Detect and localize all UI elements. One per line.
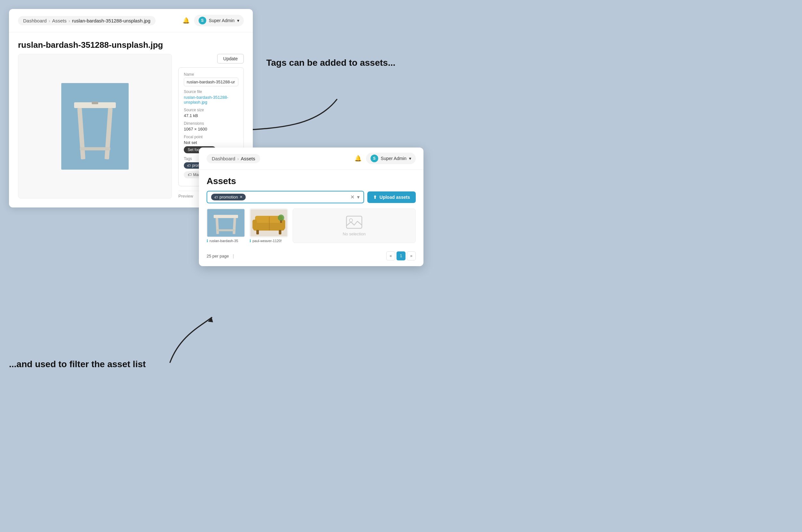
svg-rect-20 <box>279 230 281 234</box>
asset-image-stool <box>207 208 245 237</box>
asset-image-sofa <box>249 208 288 237</box>
svg-rect-8 <box>207 209 244 237</box>
breadcrumb-card2[interactable]: Dashboard › Assets <box>207 154 260 163</box>
sofa-illustration <box>250 209 288 237</box>
search-chevron-icon[interactable]: ▾ <box>357 194 360 200</box>
svg-point-24 <box>349 219 353 222</box>
user-menu-card2[interactable]: S Super Admin ▾ <box>366 153 416 164</box>
breadcrumb2-assets: Assets <box>241 156 255 161</box>
tag-settings-icon: 🏷 <box>188 172 191 177</box>
assets-list-card: Dashboard › Assets 🔔 S Super Admin ▾ Ass… <box>199 148 424 266</box>
annotation-tags-text: Tags can be added to assets... <box>266 58 395 68</box>
bell-icon-card2[interactable]: 🔔 <box>354 155 361 162</box>
no-selection-text: No selection <box>342 231 366 236</box>
search-tag-icon: 🏷 <box>214 195 218 199</box>
search-clear-button[interactable]: ✕ <box>350 194 354 200</box>
chevron-down-icon: ▾ <box>237 18 239 23</box>
dimensions-field: Dimensions 1067 × 1600 <box>184 121 238 132</box>
search-row: 🏷 promotion ✕ ✕ ▾ ⬆ Upload assets <box>199 191 424 208</box>
no-selection-panel: No selection <box>293 208 416 243</box>
user-name-card2: Super Admin <box>381 156 407 161</box>
pagination-controls: « 1 » <box>386 251 416 260</box>
svg-rect-23 <box>347 216 362 228</box>
per-page-menu-button[interactable]: ⋮ <box>231 254 236 259</box>
source-file-label: Source file <box>184 90 238 94</box>
asset-name-sofa: ℹ paul-weaver-1120! <box>249 239 288 243</box>
pagination-prev-button[interactable]: « <box>386 251 395 260</box>
focal-label: Focal point <box>184 135 238 139</box>
svg-rect-12 <box>217 229 235 231</box>
breadcrumb-card1[interactable]: Dashboard › Assets › ruslan-bardash-3512… <box>18 16 155 25</box>
pagination-page-1-button[interactable]: 1 <box>396 251 406 260</box>
focal-value: Not set <box>184 140 238 145</box>
user-name: Super Admin <box>209 18 235 23</box>
dimensions-label: Dimensions <box>184 121 238 126</box>
update-btn-row: Update <box>179 54 244 63</box>
asset-name-stool: ℹ ruslan-bardash-35 <box>207 239 245 243</box>
svg-rect-6 <box>80 147 110 150</box>
svg-point-21 <box>278 214 284 221</box>
user-menu[interactable]: S Super Admin ▾ <box>194 15 244 26</box>
source-file-field: Source file ruslan-bardash-351288-unspla… <box>184 90 238 104</box>
breadcrumb2-sep: › <box>237 156 239 161</box>
svg-rect-16 <box>253 220 257 229</box>
source-file-link[interactable]: ruslan-bardash-351288-unsplash.jpg <box>184 95 228 104</box>
svg-rect-22 <box>280 220 282 223</box>
asset-item-sofa[interactable]: ℹ paul-weaver-1120! <box>249 208 288 243</box>
breadcrumb2-dashboard[interactable]: Dashboard <box>212 156 235 161</box>
name-label: Name <box>184 72 238 77</box>
source-size-value: 47.1 kB <box>184 113 238 118</box>
info-icon-stool[interactable]: ℹ <box>207 239 208 243</box>
search-box[interactable]: 🏷 promotion ✕ ✕ ▾ <box>207 191 364 203</box>
svg-marker-1 <box>208 318 213 322</box>
svg-rect-9 <box>214 215 238 218</box>
pagination-row: 25 per page ⋮ « 1 » <box>199 248 424 266</box>
avatar-card2: S <box>371 155 378 162</box>
svg-rect-18 <box>269 216 270 231</box>
asset-item-stool[interactable]: ℹ ruslan-bardash-35 <box>207 208 245 243</box>
search-promotion-tag: 🏷 promotion ✕ <box>211 194 246 201</box>
per-page-label: 25 per page <box>207 254 229 259</box>
name-input[interactable] <box>184 78 238 86</box>
breadcrumb-dashboard[interactable]: Dashboard <box>23 18 46 23</box>
breadcrumb-assets[interactable]: Assets <box>52 18 67 23</box>
page-title: ruslan-bardash-351288-unsplash.jpg <box>9 32 253 54</box>
dimensions-value: 1067 × 1600 <box>184 127 238 132</box>
search-tag-label: promotion <box>220 195 238 200</box>
breadcrumb-sep2: › <box>68 18 70 23</box>
svg-rect-7 <box>92 102 98 104</box>
svg-rect-19 <box>256 230 259 234</box>
breadcrumb-file: ruslan-bardash-351288-unsplash.jpg <box>72 18 150 23</box>
update-button[interactable]: Update <box>217 54 244 63</box>
card2-topbar-right: 🔔 S Super Admin ▾ <box>354 153 416 164</box>
annotation-filter-text: ...and used to filter the asset list <box>9 359 146 369</box>
assets-page-title: Assets <box>199 170 424 191</box>
card1-topbar: Dashboard › Assets › ruslan-bardash-3512… <box>9 9 253 32</box>
name-field: Name <box>184 72 238 86</box>
topbar-right: 🔔 S Super Admin ▾ <box>183 15 244 26</box>
upload-assets-button[interactable]: ⬆ Upload assets <box>367 191 416 203</box>
chevron-down-icon-card2: ▾ <box>409 156 411 161</box>
image-preview-area <box>18 54 172 198</box>
per-page: 25 per page ⋮ <box>207 254 236 259</box>
source-size-label: Source size <box>184 108 238 112</box>
assets-grid: ℹ ruslan-bardash-35 <box>199 208 424 248</box>
source-size-field: Source size 47.1 kB <box>184 108 238 118</box>
avatar: S <box>199 17 206 24</box>
search-input[interactable] <box>248 195 348 200</box>
upload-icon: ⬆ <box>373 195 377 200</box>
info-icon-sofa[interactable]: ℹ <box>249 239 251 243</box>
breadcrumb-sep1: › <box>49 18 50 23</box>
bell-icon[interactable]: 🔔 <box>183 17 190 24</box>
search-tag-remove-button[interactable]: ✕ <box>240 195 243 199</box>
tag-icon: 🏷 <box>187 164 190 167</box>
svg-rect-2 <box>61 83 129 170</box>
pagination-next-button[interactable]: » <box>407 251 416 260</box>
stool-image <box>58 80 132 173</box>
card2-topbar: Dashboard › Assets 🔔 S Super Admin ▾ <box>199 148 424 170</box>
